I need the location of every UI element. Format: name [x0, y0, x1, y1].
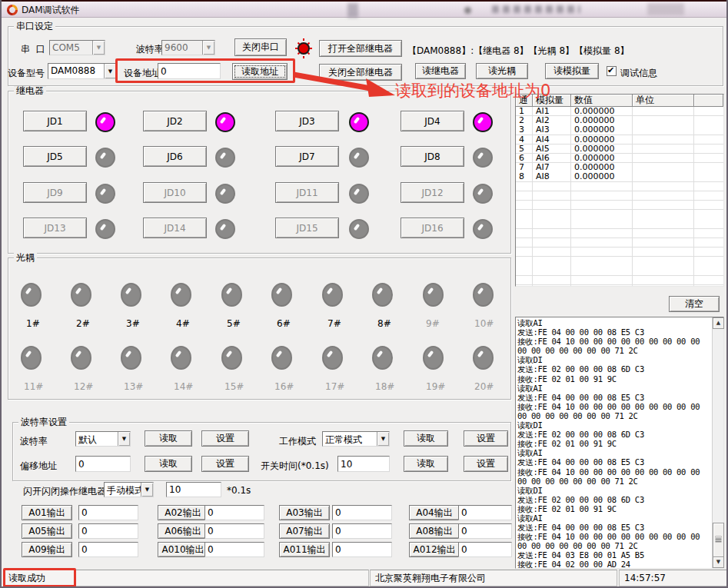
ao11-button[interactable]: A011输出: [279, 542, 330, 557]
ao12-button[interactable]: A012输出: [409, 542, 460, 557]
analog-table-body: 1AI10.000000 2AI20.000000 3AI30.000000 4…: [516, 107, 723, 286]
log-scrollbar[interactable]: ▲ ▼: [712, 317, 723, 568]
ao11-input[interactable]: [332, 542, 392, 557]
opto-indicator-16: [271, 346, 292, 370]
device-info-text: 【DAM0888】:【继电器 8】【光耦 8】【模拟量 8】: [407, 45, 630, 58]
relay-button-jd13[interactable]: JD13: [23, 218, 87, 238]
relay-button-jd5[interactable]: JD5: [23, 146, 87, 167]
col-extra[interactable]: [694, 95, 723, 107]
work-mode-read-button[interactable]: 读取: [404, 430, 448, 447]
ao2-input[interactable]: [204, 505, 264, 520]
table-row[interactable]: 6AI60.000000: [516, 154, 723, 163]
debug-info-checkbox[interactable]: [607, 66, 617, 76]
opto-indicator-18: [372, 346, 393, 370]
ao4-input[interactable]: [458, 505, 512, 520]
analog-table-header[interactable]: 通 模拟量 数值 单位: [516, 95, 723, 107]
opto-indicator-17: [322, 346, 343, 370]
baud-set-button[interactable]: 设置: [201, 430, 249, 447]
col-unit[interactable]: 单位: [633, 95, 694, 107]
ao1-button[interactable]: A01输出: [22, 505, 72, 520]
offset-addr-input[interactable]: [75, 456, 131, 472]
scrollbar-thumb[interactable]: [713, 523, 724, 557]
relay-button-jd2[interactable]: JD2: [143, 111, 207, 131]
table-row[interactable]: 3AI30.000000: [516, 125, 723, 135]
window-top-border: [2, 0, 726, 2]
titlebar-artifact: [492, 5, 580, 13]
relay-button-jd4[interactable]: JD4: [401, 111, 464, 131]
scroll-up-icon[interactable]: ▲: [713, 317, 724, 329]
ao8-input[interactable]: [458, 523, 512, 539]
read-addr-button[interactable]: 读取地址: [232, 63, 288, 80]
device-addr-input[interactable]: [158, 63, 221, 79]
ao6-button[interactable]: A06输出: [158, 523, 208, 539]
baud-select[interactable]: 9600: [161, 40, 215, 55]
relay-button-jd15[interactable]: JD15: [275, 218, 339, 238]
relay-button-jd3[interactable]: JD3: [275, 111, 339, 131]
ao4-button[interactable]: A04输出: [409, 505, 460, 520]
relay-button-jd7[interactable]: JD7: [275, 146, 339, 167]
relay-button-jd9[interactable]: JD9: [23, 182, 87, 203]
close-all-relays-button[interactable]: 关闭全部继电器: [319, 64, 402, 81]
port-select[interactable]: COM5: [49, 40, 105, 55]
opto-indicator-3: [121, 283, 141, 307]
flash-mode-select[interactable]: 手动模式: [104, 482, 154, 497]
ao6-input[interactable]: [204, 523, 264, 539]
relay-button-jd1[interactable]: JD1: [23, 111, 87, 131]
table-row[interactable]: 7AI70.000000: [516, 163, 723, 172]
relay-button-jd12[interactable]: JD12: [401, 182, 464, 203]
ao7-input[interactable]: [332, 523, 392, 539]
switch-time-input[interactable]: [337, 456, 390, 472]
app-window: DAM调试软件 ✕ 串口设定 串 口 COM5 波特率 9600 关闭串口 打开…: [0, 0, 728, 588]
read-analog-button[interactable]: 读模拟量: [545, 63, 599, 79]
ao9-button[interactable]: A09输出: [22, 542, 72, 557]
ao5-button[interactable]: A05输出: [22, 523, 72, 539]
opto-indicator-20: [473, 346, 494, 370]
ao8-button[interactable]: A08输出: [409, 523, 460, 539]
relay-button-jd10[interactable]: JD10: [143, 182, 207, 203]
relay-button-jd11[interactable]: JD11: [275, 182, 339, 203]
flash-time-input[interactable]: [166, 482, 221, 497]
switch-time-set-button[interactable]: 设置: [464, 456, 508, 472]
col-value[interactable]: 数值: [571, 95, 633, 107]
work-mode-set-button[interactable]: 设置: [464, 430, 508, 447]
ao3-input[interactable]: [332, 505, 392, 520]
opto-indicator-4: [171, 283, 191, 307]
ao12-input[interactable]: [458, 542, 512, 557]
relay-button-jd8[interactable]: JD8: [401, 146, 464, 167]
relay-button-jd6[interactable]: JD6: [143, 146, 207, 167]
read-relay-button[interactable]: 读继电器: [415, 63, 466, 79]
col-analog[interactable]: 模拟量: [533, 95, 571, 107]
col-channel[interactable]: 通: [516, 95, 533, 107]
model-select[interactable]: DAM0888: [48, 63, 117, 79]
scroll-down-icon[interactable]: ▼: [713, 556, 724, 568]
baud-setting-select[interactable]: 默认: [75, 431, 131, 447]
close-port-button[interactable]: 关闭串口: [234, 38, 287, 56]
ao10-input[interactable]: [204, 542, 264, 557]
switch-time-read-button[interactable]: 读取: [404, 456, 448, 472]
ao10-button[interactable]: A010输出: [158, 542, 208, 557]
clear-log-button[interactable]: 清空: [669, 296, 720, 312]
ao3-button[interactable]: A03输出: [279, 505, 330, 520]
baud-read-button[interactable]: 读取: [145, 430, 192, 447]
table-row[interactable]: 2AI20.000000: [516, 116, 723, 125]
table-row[interactable]: 8AI80.000000: [516, 172, 723, 181]
ao9-input[interactable]: [78, 542, 138, 557]
read-opto-button[interactable]: 读光耦: [476, 63, 528, 79]
table-row[interactable]: 5AI50.000000: [516, 145, 723, 154]
offset-read-button[interactable]: 读取: [145, 456, 192, 472]
table-row[interactable]: 1AI10.000000: [516, 107, 723, 116]
ao1-input[interactable]: [78, 505, 138, 520]
work-mode-select[interactable]: 正常模式: [322, 431, 390, 447]
table-row[interactable]: 4AI40.000000: [516, 135, 723, 145]
ao5-input[interactable]: [78, 523, 138, 539]
debug-log-panel[interactable]: 读取AI 发送:FE 04 00 00 00 08 E5 C3 接收:FE 04…: [515, 317, 724, 569]
relay-indicator-jd11: [349, 184, 369, 204]
serial-group-label: 串口设定: [14, 22, 55, 31]
open-all-relays-button[interactable]: 打开全部继电器: [319, 40, 402, 57]
ao7-button[interactable]: A07输出: [279, 523, 330, 539]
ao2-button[interactable]: A02输出: [158, 505, 208, 520]
offset-set-button[interactable]: 设置: [201, 456, 249, 472]
relay-button-jd16[interactable]: JD16: [401, 218, 464, 238]
port-label: 串 口: [21, 43, 45, 56]
relay-button-jd14[interactable]: JD14: [143, 218, 207, 238]
